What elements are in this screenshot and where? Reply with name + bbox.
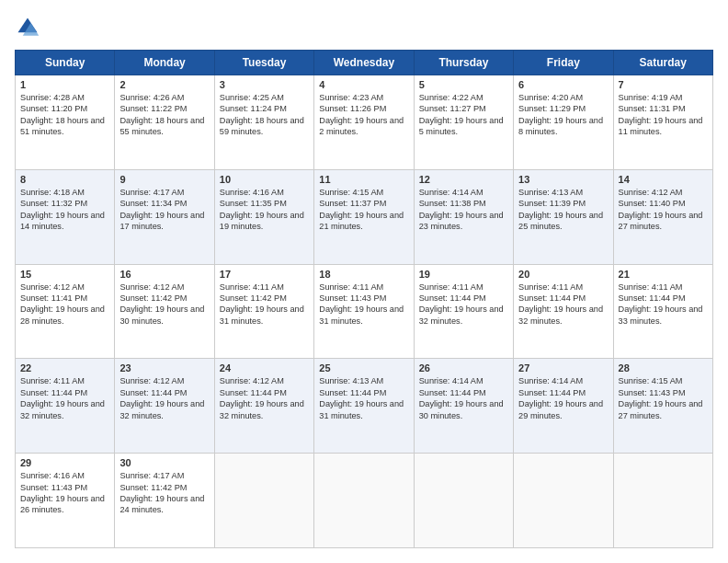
calendar-day-cell: 5Sunrise: 4:22 AMSunset: 11:27 PMDayligh…	[414, 75, 513, 170]
daylight-text: Daylight: 19 hours and 33 minutes.	[619, 304, 703, 325]
calendar-day-cell: 16Sunrise: 4:12 AMSunset: 11:42 PMDaylig…	[115, 264, 214, 359]
daylight-text: Daylight: 19 hours and 32 minutes.	[518, 304, 603, 325]
sunset-text: Sunset: 11:37 PM	[319, 199, 386, 208]
daylight-text: Daylight: 19 hours and 30 minutes.	[419, 399, 504, 419]
calendar-header-wednesday: Wednesday	[314, 51, 414, 75]
calendar-day-cell: 30Sunrise: 4:17 AMSunset: 11:42 PMDaylig…	[115, 454, 214, 548]
day-number: 17	[220, 269, 309, 280]
day-number: 7	[619, 79, 708, 90]
daylight-text: Daylight: 19 hours and 28 minutes.	[20, 304, 105, 325]
daylight-text: Daylight: 19 hours and 2 minutes.	[319, 116, 404, 136]
day-number: 22	[20, 362, 109, 373]
sunrise-text: Sunrise: 4:11 AM	[518, 282, 583, 292]
calendar-header-friday: Friday	[514, 51, 613, 75]
day-number: 2	[119, 79, 209, 90]
calendar-week-row: 1Sunrise: 4:28 AMSunset: 11:20 PMDayligh…	[16, 75, 713, 170]
daylight-text: Daylight: 19 hours and 21 minutes.	[319, 211, 404, 231]
daylight-text: Daylight: 19 hours and 5 minutes.	[419, 116, 504, 136]
calendar-day-cell: 19Sunrise: 4:11 AMSunset: 11:44 PMDaylig…	[414, 264, 513, 359]
sunset-text: Sunset: 11:32 PM	[20, 199, 87, 208]
sunrise-text: Sunrise: 4:12 AM	[220, 376, 284, 385]
calendar-day-cell: 14Sunrise: 4:12 AMSunset: 11:40 PMDaylig…	[613, 169, 712, 264]
sunset-text: Sunset: 11:38 PM	[419, 199, 486, 208]
calendar-header-thursday: Thursday	[414, 51, 513, 75]
sunrise-text: Sunrise: 4:14 AM	[419, 376, 483, 385]
calendar-day-cell: 4Sunrise: 4:23 AMSunset: 11:26 PMDayligh…	[314, 75, 414, 170]
sunset-text: Sunset: 11:44 PM	[220, 388, 287, 397]
calendar-empty-cell	[214, 454, 313, 548]
calendar-day-cell: 2Sunrise: 4:26 AMSunset: 11:22 PMDayligh…	[115, 75, 214, 170]
calendar-empty-cell	[514, 454, 613, 548]
sunrise-text: Sunrise: 4:12 AM	[619, 188, 683, 197]
sunrise-text: Sunrise: 4:14 AM	[419, 188, 483, 197]
calendar-header-monday: Monday	[115, 51, 214, 75]
day-number: 1	[20, 79, 109, 90]
calendar-day-cell: 20Sunrise: 4:11 AMSunset: 11:44 PMDaylig…	[514, 264, 613, 359]
sunrise-text: Sunrise: 4:11 AM	[419, 282, 483, 292]
day-number: 4	[319, 79, 408, 90]
sunset-text: Sunset: 11:42 PM	[119, 293, 187, 303]
day-number: 6	[518, 79, 608, 90]
day-number: 27	[518, 362, 608, 373]
day-number: 15	[20, 269, 109, 280]
calendar-header-sunday: Sunday	[16, 51, 115, 75]
sunrise-text: Sunrise: 4:17 AM	[119, 471, 184, 480]
daylight-text: Daylight: 19 hours and 14 minutes.	[20, 211, 105, 231]
sunrise-text: Sunrise: 4:28 AM	[20, 93, 85, 102]
daylight-text: Daylight: 19 hours and 8 minutes.	[518, 116, 603, 136]
daylight-text: Daylight: 19 hours and 25 minutes.	[518, 211, 603, 231]
calendar-day-cell: 11Sunrise: 4:15 AMSunset: 11:37 PMDaylig…	[314, 169, 414, 264]
sunrise-text: Sunrise: 4:12 AM	[20, 282, 85, 292]
day-number: 25	[319, 362, 408, 373]
sunset-text: Sunset: 11:29 PM	[518, 104, 586, 113]
calendar-day-cell: 24Sunrise: 4:12 AMSunset: 11:44 PMDaylig…	[214, 359, 313, 454]
daylight-text: Daylight: 19 hours and 32 minutes.	[20, 399, 105, 419]
page: SundayMondayTuesdayWednesdayThursdayFrid…	[0, 0, 728, 563]
sunset-text: Sunset: 11:43 PM	[319, 293, 386, 303]
logo-icon	[15, 15, 40, 40]
calendar-day-cell: 6Sunrise: 4:20 AMSunset: 11:29 PMDayligh…	[514, 75, 613, 170]
calendar-day-cell: 25Sunrise: 4:13 AMSunset: 11:44 PMDaylig…	[314, 359, 414, 454]
day-number: 21	[619, 269, 708, 280]
daylight-text: Daylight: 19 hours and 31 minutes.	[319, 304, 404, 325]
day-number: 18	[319, 269, 408, 280]
daylight-text: Daylight: 19 hours and 31 minutes.	[319, 399, 404, 419]
calendar-table: SundayMondayTuesdayWednesdayThursdayFrid…	[15, 50, 713, 548]
sunset-text: Sunset: 11:20 PM	[20, 104, 87, 113]
calendar-empty-cell	[314, 454, 414, 548]
sunrise-text: Sunrise: 4:12 AM	[119, 376, 184, 385]
day-number: 26	[419, 362, 508, 373]
calendar-week-row: 29Sunrise: 4:16 AMSunset: 11:43 PMDaylig…	[16, 454, 713, 548]
sunrise-text: Sunrise: 4:26 AM	[119, 93, 184, 102]
calendar-day-cell: 17Sunrise: 4:11 AMSunset: 11:42 PMDaylig…	[214, 264, 313, 359]
sunset-text: Sunset: 11:34 PM	[119, 199, 187, 208]
calendar-week-row: 15Sunrise: 4:12 AMSunset: 11:41 PMDaylig…	[16, 264, 713, 359]
calendar-day-cell: 3Sunrise: 4:25 AMSunset: 11:24 PMDayligh…	[214, 75, 313, 170]
calendar-day-cell: 7Sunrise: 4:19 AMSunset: 11:31 PMDayligh…	[613, 75, 712, 170]
day-number: 23	[119, 362, 209, 373]
calendar-header-row: SundayMondayTuesdayWednesdayThursdayFrid…	[16, 51, 713, 75]
sunrise-text: Sunrise: 4:11 AM	[319, 282, 383, 292]
calendar-day-cell: 27Sunrise: 4:14 AMSunset: 11:44 PMDaylig…	[514, 359, 613, 454]
day-number: 29	[20, 457, 109, 468]
sunset-text: Sunset: 11:44 PM	[619, 293, 686, 303]
sunrise-text: Sunrise: 4:20 AM	[518, 93, 583, 102]
sunrise-text: Sunrise: 4:15 AM	[619, 376, 683, 385]
daylight-text: Daylight: 18 hours and 51 minutes.	[20, 116, 105, 136]
calendar-day-cell: 12Sunrise: 4:14 AMSunset: 11:38 PMDaylig…	[414, 169, 513, 264]
calendar-day-cell: 1Sunrise: 4:28 AMSunset: 11:20 PMDayligh…	[16, 75, 115, 170]
daylight-text: Daylight: 19 hours and 27 minutes.	[619, 399, 703, 419]
day-number: 11	[319, 174, 408, 185]
calendar-day-cell: 28Sunrise: 4:15 AMSunset: 11:43 PMDaylig…	[613, 359, 712, 454]
sunset-text: Sunset: 11:24 PM	[220, 104, 287, 113]
calendar-day-cell: 18Sunrise: 4:11 AMSunset: 11:43 PMDaylig…	[314, 264, 414, 359]
day-number: 13	[518, 174, 608, 185]
calendar-week-row: 22Sunrise: 4:11 AMSunset: 11:44 PMDaylig…	[16, 359, 713, 454]
day-number: 10	[220, 174, 309, 185]
calendar-day-cell: 15Sunrise: 4:12 AMSunset: 11:41 PMDaylig…	[16, 264, 115, 359]
sunrise-text: Sunrise: 4:14 AM	[518, 376, 583, 385]
sunset-text: Sunset: 11:44 PM	[419, 293, 486, 303]
daylight-text: Daylight: 19 hours and 17 minutes.	[119, 211, 204, 231]
sunrise-text: Sunrise: 4:23 AM	[319, 93, 383, 102]
sunrise-text: Sunrise: 4:16 AM	[220, 188, 284, 197]
